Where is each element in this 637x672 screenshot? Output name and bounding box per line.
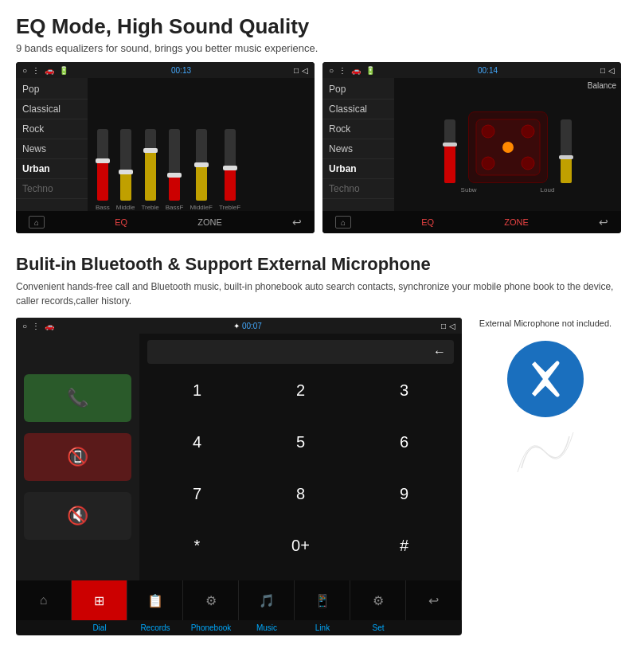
menu-rock-2[interactable]: Rock xyxy=(322,119,394,139)
menu-techno-1[interactable]: Techno xyxy=(16,179,88,199)
time-display-2: 00:14 xyxy=(478,66,498,75)
label-phonebook: Phonebook xyxy=(183,623,239,632)
bassf-label: BassF xyxy=(166,204,184,211)
home-nav-icon: ⌂ xyxy=(40,593,48,608)
bass-fill xyxy=(97,162,108,201)
dial-3[interactable]: 3 xyxy=(354,370,454,410)
treblef-thumb[interactable] xyxy=(223,166,237,170)
signal-waves xyxy=(514,428,577,476)
treble-thumb[interactable] xyxy=(143,148,158,153)
middlef-thumb[interactable] xyxy=(194,162,209,167)
battery-icon: 🔋 xyxy=(59,66,68,75)
middle-label: Middle xyxy=(116,204,135,211)
nav-set[interactable]: ⚙ xyxy=(350,580,406,620)
dial-4[interactable]: 4 xyxy=(147,422,247,462)
back-icon: ◁ xyxy=(302,66,308,75)
eq-sub-slider xyxy=(444,119,455,183)
home-button-1[interactable]: ⌂ xyxy=(29,216,45,229)
dots-icon-2: ⋮ xyxy=(338,66,346,75)
eq-title: EQ Mode, High Sound Quality xyxy=(16,14,621,39)
menu-rock-1[interactable]: Rock xyxy=(16,119,88,139)
nav-home[interactable]: ⌂ xyxy=(16,580,72,620)
back-button-1[interactable]: ↩ xyxy=(292,216,302,229)
label-link: Link xyxy=(295,623,350,632)
zone-label-2[interactable]: ZONE xyxy=(504,217,529,227)
dial-0[interactable]: 0+ xyxy=(251,526,350,566)
balance-svg xyxy=(472,115,544,179)
menu-news-1[interactable]: News xyxy=(16,139,88,159)
eq-bar-middle: Middle xyxy=(116,129,135,211)
menu-urban-2[interactable]: Urban xyxy=(322,159,394,179)
bassf-thumb[interactable] xyxy=(167,173,182,178)
time-display-1: 00:13 xyxy=(171,66,191,75)
hangup-button[interactable]: 📵 xyxy=(24,433,131,481)
back-button-2[interactable]: ↩ xyxy=(599,216,608,229)
dial-9[interactable]: 9 xyxy=(354,475,454,514)
eq-bar-bassf: BassF xyxy=(166,129,184,211)
dial-8[interactable]: 8 xyxy=(251,475,350,514)
loud-fill xyxy=(561,158,572,183)
mute-button[interactable]: 🔇 xyxy=(24,492,131,540)
loud-thumb[interactable] xyxy=(559,155,573,159)
nav-records[interactable]: 📋 xyxy=(127,580,183,620)
nav-music[interactable]: 🎵 xyxy=(239,580,295,620)
menu-techno-2[interactable]: Techno xyxy=(322,179,394,199)
dial-5[interactable]: 5 xyxy=(251,422,350,462)
eq-bars-1: Bass Middle xyxy=(92,81,310,211)
phone-nav-labels: Dial Records Phonebook Music Link Set xyxy=(16,620,462,635)
bt-desc: Convenient hands-free call and Bluetooth… xyxy=(16,279,621,308)
call-button[interactable]: 📞 xyxy=(24,374,131,422)
bt-icon-status: ✦ xyxy=(233,322,240,330)
dial-6[interactable]: 6 xyxy=(354,422,454,462)
home-button-2[interactable]: ⌂ xyxy=(335,216,351,229)
phonebook-nav-icon: ⚙ xyxy=(205,593,217,608)
dial-2[interactable]: 2 xyxy=(251,370,350,410)
menu-pop-2[interactable]: Pop xyxy=(322,80,394,100)
treble-label: Treble xyxy=(141,204,158,211)
eq-menu-1: Pop Classical Rock News Urban Techno xyxy=(16,78,88,211)
dial-7[interactable]: 7 xyxy=(147,475,247,514)
zone-label-1[interactable]: ZONE xyxy=(197,217,222,227)
dial-nav-icon: ⊞ xyxy=(94,593,104,608)
bass-thumb[interactable] xyxy=(96,158,110,163)
window-icon-ph: □ xyxy=(441,322,446,330)
middle-fill xyxy=(120,172,131,201)
menu-pop-1[interactable]: Pop xyxy=(16,80,88,100)
middle-thumb[interactable] xyxy=(119,170,133,174)
backspace-button[interactable]: ← xyxy=(433,345,446,359)
status-bar-2: ○ ⋮ 🚗 🔋 00:14 □ ◁ xyxy=(322,62,621,78)
treblef-fill xyxy=(225,169,236,201)
svg-point-2 xyxy=(522,125,534,138)
middlef-label: MiddleF xyxy=(190,204,212,211)
svg-point-3 xyxy=(482,157,494,170)
dial-star[interactable]: * xyxy=(147,526,247,566)
label-records: Records xyxy=(127,623,183,632)
sub-fill xyxy=(444,145,455,183)
svg-point-1 xyxy=(482,125,494,138)
phone-actions: 📞 📵 🔇 xyxy=(16,334,139,580)
dial-hash[interactable]: # xyxy=(354,526,454,566)
menu-news-2[interactable]: News xyxy=(322,139,394,159)
subw-label: Subw xyxy=(461,186,477,193)
nav-link[interactable]: 📱 xyxy=(295,580,350,620)
bt-title: Bulit-in Bluetooth & Support External Mi… xyxy=(16,254,621,275)
nav-phonebook[interactable]: ⚙ xyxy=(183,580,239,620)
phone-nav-bar: ⌂ ⊞ 📋 ⚙ 🎵 📱 ⚙ xyxy=(16,580,462,620)
car-icon-2: 🚗 xyxy=(351,66,361,75)
menu-classical-1[interactable]: Classical xyxy=(16,100,88,119)
nav-dial[interactable]: ⊞ xyxy=(72,580,127,620)
menu-urban-1[interactable]: Urban xyxy=(16,159,88,179)
phone-input: ← xyxy=(147,340,454,364)
bass-label: Bass xyxy=(96,204,110,211)
eq-tab-label-2[interactable]: EQ xyxy=(421,217,434,227)
nav-back[interactable]: ↩ xyxy=(406,580,462,620)
eq-tab-label-1[interactable]: EQ xyxy=(115,217,127,227)
phone-status-bar: ○ ⋮ 🚗 ✦ 00:07 □ ◁ xyxy=(16,318,462,334)
sub-thumb[interactable] xyxy=(443,143,457,147)
bt-section: Bulit-in Bluetooth & Support External Mi… xyxy=(0,241,637,643)
dial-1[interactable]: 1 xyxy=(147,370,247,410)
menu-classical-2[interactable]: Classical xyxy=(322,100,394,119)
dots-icon: ⋮ xyxy=(32,66,40,75)
status-bar-1: ○ ⋮ 🚗 🔋 00:13 □ ◁ xyxy=(16,62,315,78)
bluetooth-logo xyxy=(506,339,585,419)
